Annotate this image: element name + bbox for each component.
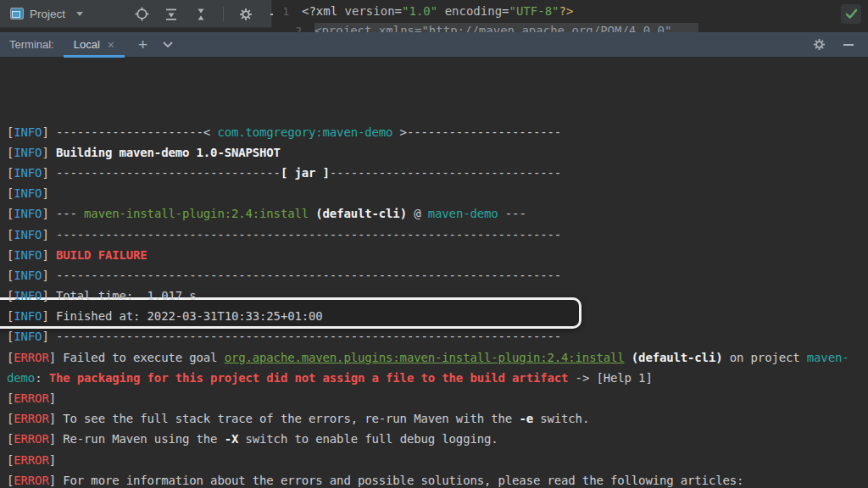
terminal-text: INFO bbox=[14, 330, 42, 343]
terminal-text: --- bbox=[498, 207, 526, 220]
terminal-text: Building maven-demo 1.0-SNAPSHOT bbox=[56, 146, 281, 159]
terminal-line: [INFO] ---------------------------------… bbox=[7, 265, 868, 286]
check-icon bbox=[845, 8, 858, 19]
locate-file-icon[interactable] bbox=[134, 7, 149, 22]
terminal-text: ERROR bbox=[14, 474, 48, 487]
terminal-output[interactable]: [INFO] ---------------------< com.tomgre… bbox=[0, 58, 868, 488]
line-number: 1 bbox=[273, 3, 302, 19]
code-token: = bbox=[395, 4, 402, 18]
terminal-text: ] For more information about the errors … bbox=[49, 474, 744, 487]
terminal-text: --------------------------------- bbox=[330, 166, 561, 180]
terminal-text: : bbox=[35, 371, 49, 385]
terminal-line: [INFO] Total time: 1.017 s bbox=[7, 286, 868, 306]
terminal-text: ] bbox=[42, 186, 48, 200]
expand-all-icon[interactable] bbox=[164, 7, 179, 22]
code-token: "UTF-8" bbox=[509, 4, 559, 18]
terminal-text: ] Finished at: 2022-03-31T10:33:25+01:00 bbox=[42, 309, 322, 323]
terminal-text: maven-install-plugin:2.4:install bbox=[84, 207, 309, 220]
terminal-sessions-dropdown-icon[interactable] bbox=[163, 42, 173, 48]
terminal-line: [ERROR] Re-run Maven using the -X switch… bbox=[7, 429, 868, 449]
code-token: "1.0" bbox=[402, 4, 437, 18]
terminal-text: ] --------------------------------------… bbox=[42, 269, 561, 282]
terminal-text: ] -------------------------------- bbox=[42, 166, 280, 180]
terminal-tab-local[interactable]: Local × bbox=[64, 32, 125, 58]
terminal-text: [ jar ] bbox=[281, 166, 330, 180]
terminal-text: ERROR bbox=[14, 412, 48, 425]
terminal-text: on project bbox=[722, 351, 806, 364]
terminal-line: [ERROR] To see the full stack trace of t… bbox=[7, 408, 868, 429]
chevron-down-icon bbox=[76, 12, 83, 16]
code-token: encoding bbox=[445, 4, 502, 18]
terminal-text: BUILD FAILURE bbox=[56, 248, 147, 262]
terminal-line: [INFO] BUILD FAILURE bbox=[7, 245, 868, 265]
terminal-text: org.apache.maven.plugins:maven-install-p… bbox=[225, 351, 625, 364]
terminal-text: -e bbox=[519, 412, 533, 425]
terminal-line: [INFO] ---------------------------------… bbox=[7, 326, 868, 347]
terminal-line: [INFO] ---------------------< com.tomgre… bbox=[7, 122, 868, 142]
project-panel-header: Project bbox=[0, 0, 272, 28]
terminal-line: demo: The packaging for this project did… bbox=[7, 368, 868, 388]
terminal-text: ERROR bbox=[14, 391, 48, 405]
terminal-line: [INFO] Building maven-demo 1.0-SNAPSHOT bbox=[7, 142, 868, 163]
collapse-all-icon[interactable] bbox=[193, 7, 209, 22]
terminal-text: INFO bbox=[14, 289, 42, 302]
ide-window: Project bbox=[0, 0, 868, 488]
terminal-line: [ERROR] bbox=[7, 388, 868, 408]
terminal-text: ] bbox=[49, 391, 56, 405]
terminal-text: ] Failed to execute goal bbox=[49, 351, 225, 364]
terminal-line: [INFO] Finished at: 2022-03-31T10:33:25+… bbox=[7, 306, 868, 326]
terminal-text: >---------------------- bbox=[392, 125, 561, 139]
terminal-text: INFO bbox=[14, 228, 42, 241]
terminal-text: @ bbox=[407, 207, 428, 220]
terminal-text: ] bbox=[49, 453, 56, 467]
terminal-line: [INFO] ---------------------------------… bbox=[7, 225, 868, 245]
terminal-text: INFO bbox=[14, 125, 42, 139]
terminal-text: ] --- bbox=[42, 207, 84, 220]
terminal-line: [ERROR] Failed to execute goal org.apach… bbox=[7, 347, 868, 368]
editor-line-1: 1 <?xml version="1.0" encoding="UTF-8"?> bbox=[273, 3, 573, 19]
terminal-text: INFO bbox=[14, 186, 42, 200]
editor-pane[interactable]: 1 <?xml version="1.0" encoding="UTF-8"?>… bbox=[273, 0, 868, 32]
terminal-text: INFO bbox=[14, 207, 42, 220]
gear-icon[interactable] bbox=[238, 7, 253, 22]
terminal-text: ERROR bbox=[14, 453, 48, 467]
terminal-text: switch. bbox=[533, 412, 589, 425]
terminal-text: ] Re-run Maven using the bbox=[49, 432, 225, 446]
terminal-text: ] Total time: 1.017 s bbox=[42, 289, 196, 302]
code-token bbox=[437, 4, 444, 18]
toolbar-separator bbox=[223, 7, 224, 21]
code-token: ?> bbox=[559, 4, 574, 18]
terminal-text: -X bbox=[225, 432, 239, 446]
terminal-toolbar: Terminal: Local × + bbox=[0, 32, 868, 58]
terminal-text: ] bbox=[42, 146, 56, 159]
terminal-text: maven- bbox=[807, 351, 849, 364]
terminal-text: The packaging for this project did not a… bbox=[49, 371, 569, 385]
project-panel-title: Project bbox=[30, 8, 65, 20]
code-token: = bbox=[502, 4, 509, 18]
terminal-line: [INFO] bbox=[7, 183, 868, 203]
editor-line-2-clipped: <project xmlns="http://maven.apache.org/… bbox=[314, 23, 698, 32]
terminal-settings-gear-icon[interactable] bbox=[811, 37, 826, 53]
terminal-text: ERROR bbox=[14, 351, 48, 364]
terminal-text: INFO bbox=[14, 146, 42, 159]
project-tool-window-icon bbox=[10, 8, 24, 19]
close-tab-icon[interactable]: × bbox=[108, 39, 114, 51]
inspections-status-widget[interactable] bbox=[841, 4, 861, 24]
terminal-line: [INFO] --- maven-install-plugin:2.4:inst… bbox=[7, 203, 868, 224]
terminal-text: INFO bbox=[14, 309, 42, 323]
terminal-text: ] bbox=[42, 248, 56, 262]
terminal-text: ] --------------------------------------… bbox=[42, 330, 561, 343]
hide-terminal-icon[interactable] bbox=[841, 37, 856, 53]
new-terminal-session-icon[interactable]: + bbox=[138, 36, 147, 53]
line-number-2-clipped: 2 bbox=[273, 23, 302, 32]
terminal-text: INFO bbox=[14, 248, 42, 262]
terminal-text: INFO bbox=[14, 166, 42, 180]
terminal-text: ] ---------------------< bbox=[42, 125, 217, 139]
terminal-text: INFO bbox=[14, 269, 42, 282]
terminal-text: ] --------------------------------------… bbox=[42, 228, 561, 241]
project-view-selector[interactable]: Project bbox=[0, 0, 90, 27]
terminal-text: (default-cli) bbox=[315, 207, 407, 220]
terminal-text: ] To see the full stack trace of the err… bbox=[49, 412, 520, 425]
terminal-text: com.tomgregory:maven-demo bbox=[217, 125, 392, 139]
terminal-text: demo bbox=[7, 371, 35, 385]
